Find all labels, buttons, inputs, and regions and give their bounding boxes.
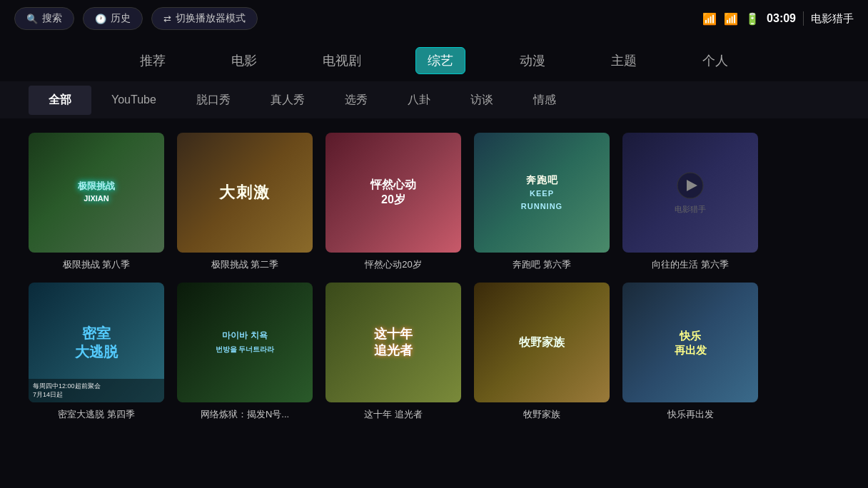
nav-tab-anime[interactable]: 动漫 <box>508 48 557 73</box>
card-thumb-2: 大刺激 <box>177 133 313 253</box>
card-title-4: 奔跑吧 第六季 <box>474 258 610 271</box>
time-display: 03:09 <box>767 12 796 25</box>
thumb-overlay-1: 极限挑战JIXIAN <box>78 181 115 205</box>
nav-tab-theme[interactable]: 主题 <box>600 48 648 73</box>
card-2[interactable]: 大刺激 极限挑战 第二季 <box>177 133 313 271</box>
card-6[interactable]: 密室大逃脱 每周四中12:00超前聚会7月14日起 密室大逃脱 第四季 <box>29 283 164 421</box>
card-title-10: 快乐再出发 <box>622 408 758 421</box>
card-title-7: 网络炼狱：揭发N号... <box>177 408 313 421</box>
topbar: 🔍 搜索 🕐 历史 ⇄ 切换播放器模式 📶 📶 🔋 03:09 电影猎手 <box>0 0 868 37</box>
card-thumb-10: 快乐再出发 <box>622 283 758 402</box>
nav-tabs: 推荐 电影 电视剧 综艺 动漫 主题 个人 <box>0 37 868 81</box>
signal-icon: 📶 <box>724 12 738 26</box>
sub-tab-emotion[interactable]: 情感 <box>513 86 576 115</box>
sub-tab-talk[interactable]: 脱口秀 <box>176 86 251 115</box>
nav-tab-recommend[interactable]: 推荐 <box>128 48 177 73</box>
sub-tab-idol[interactable]: 选秀 <box>325 86 388 115</box>
history-label: 历史 <box>111 12 131 25</box>
thumb-overlay-8: 这十年追光者 <box>374 326 413 360</box>
thumb-overlay-6: 密室大逃脱 <box>75 324 118 361</box>
card-thumb-3: 怦然心动20岁 <box>326 133 461 253</box>
search-label: 搜索 <box>42 12 62 25</box>
card-thumb-7: 마이바 치욕번방을 두너트라라 <box>177 283 313 402</box>
content-grid: 极限挑战JIXIAN 极限挑战 第八季 大刺激 极限挑战 第二季 怦然心动20岁… <box>0 118 868 428</box>
thumb-overlay-10: 快乐再出发 <box>675 329 707 357</box>
thumb-placeholder-5: 电影猎手 <box>622 133 758 253</box>
sub-tab-youtube[interactable]: YouTube <box>91 86 176 113</box>
card-thumb-5: 电影猎手 <box>622 133 758 253</box>
grid-row-2: 密室大逃脱 每周四中12:00超前聚会7月14日起 密室大逃脱 第四季 마이바 … <box>29 283 839 421</box>
card-4[interactable]: 奔跑吧KEEP RUNNING 奔跑吧 第六季 <box>474 133 610 271</box>
thumb-overlay-7: 마이바 치욕번방을 두너트라라 <box>216 329 275 356</box>
card-title-5: 向往的生活 第六季 <box>622 258 758 271</box>
wifi-icon: 📶 <box>702 12 717 26</box>
card-title-6: 密室大逃脱 第四季 <box>29 408 164 421</box>
card-9[interactable]: 牧野家族 牧野家族 <box>474 283 610 421</box>
nav-tab-tv[interactable]: 电视剧 <box>311 48 373 73</box>
card-thumb-1: 极限挑战JIXIAN <box>29 133 164 253</box>
sub-tab-gossip[interactable]: 八卦 <box>388 86 450 115</box>
card-thumb-6: 密室大逃脱 每周四中12:00超前聚会7月14日起 <box>29 283 164 402</box>
sub-tabs: 全部 YouTube 脱口秀 真人秀 选秀 八卦 访谈 情感 <box>0 81 868 118</box>
nav-tab-variety[interactable]: 综艺 <box>415 47 465 74</box>
card-thumb-9: 牧野家族 <box>474 283 610 402</box>
sub-tab-interview[interactable]: 访谈 <box>450 86 513 115</box>
divider <box>803 11 804 26</box>
search-button[interactable]: 🔍 搜索 <box>14 7 74 30</box>
history-icon: 🕐 <box>95 14 106 24</box>
topbar-left: 🔍 搜索 🕐 历史 ⇄ 切换播放器模式 <box>14 7 258 30</box>
thumb-overlay-9: 牧野家族 <box>519 335 565 350</box>
search-icon: 🔍 <box>26 14 38 24</box>
card-3[interactable]: 怦然心动20岁 怦然心动20岁 <box>326 133 461 271</box>
history-button[interactable]: 🕐 历史 <box>83 7 143 30</box>
topbar-right: 📶 📶 🔋 03:09 电影猎手 <box>702 11 854 26</box>
card-10[interactable]: 快乐再出发 快乐再出发 <box>622 283 758 421</box>
thumb-bottom-6: 每周四中12:00超前聚会7月14日起 <box>29 379 164 402</box>
thumb-overlay-4: 奔跑吧KEEP RUNNING <box>508 173 576 213</box>
card-title-3: 怦然心动20岁 <box>326 258 461 271</box>
app-name: 电影猎手 <box>811 12 854 26</box>
card-5[interactable]: 电影猎手 向往的生活 第六季 <box>622 133 758 271</box>
card-thumb-8: 这十年追光者 <box>326 283 461 402</box>
thumb-overlay-3: 怦然心动20岁 <box>370 178 416 208</box>
grid-row-1: 极限挑战JIXIAN 极限挑战 第八季 大刺激 极限挑战 第二季 怦然心动20岁… <box>29 133 839 271</box>
nav-tab-personal[interactable]: 个人 <box>691 48 740 73</box>
switch-mode-label: 切换播放器模式 <box>176 12 246 25</box>
card-8[interactable]: 这十年追光者 这十年 追光者 <box>326 283 461 421</box>
card-7[interactable]: 마이바 치욕번방을 두너트라라 网络炼狱：揭发N号... <box>177 283 313 421</box>
card-thumb-4: 奔跑吧KEEP RUNNING <box>474 133 610 253</box>
sub-tab-all[interactable]: 全部 <box>29 86 91 115</box>
card-title-1: 极限挑战 第八季 <box>29 258 164 271</box>
card-title-2: 极限挑战 第二季 <box>177 258 313 271</box>
switch-mode-button[interactable]: ⇄ 切换播放器模式 <box>151 7 258 30</box>
card-1[interactable]: 极限挑战JIXIAN 极限挑战 第八季 <box>29 133 164 271</box>
thumb-overlay-2: 大刺激 <box>219 183 271 203</box>
nav-tab-movie[interactable]: 电影 <box>220 48 268 73</box>
switch-icon: ⇄ <box>163 14 171 24</box>
card-title-8: 这十年 追光者 <box>326 408 461 421</box>
battery-icon: 🔋 <box>745 12 760 26</box>
sub-tab-reality[interactable]: 真人秀 <box>251 86 325 115</box>
card-title-9: 牧野家族 <box>474 408 610 421</box>
